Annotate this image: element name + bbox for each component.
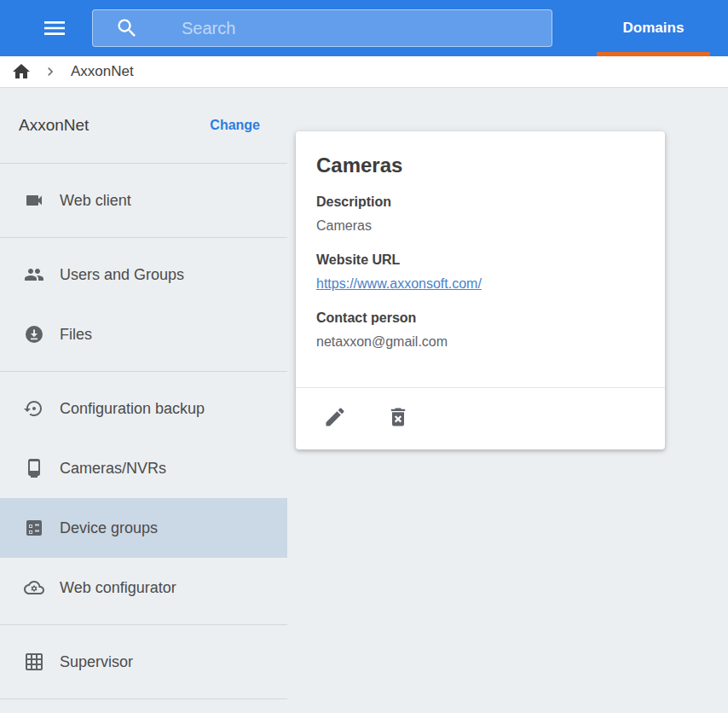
- sidebar-item-configuration-backup[interactable]: Configuration backup: [0, 379, 287, 438]
- sidebar-group-1: Web client: [0, 164, 287, 237]
- field-value: netaxxon@gmail.com: [316, 334, 644, 350]
- chevron-right-icon: [42, 63, 59, 80]
- change-link[interactable]: Change: [210, 118, 260, 133]
- sidebar: AxxonNet Change Web client Users and Gro…: [0, 88, 287, 713]
- cloud-gear-icon: [24, 577, 44, 598]
- sidebar-item-files[interactable]: Files: [0, 304, 287, 364]
- search-input[interactable]: [139, 19, 552, 38]
- field-label: Website URL: [316, 252, 644, 268]
- home-icon[interactable]: [11, 61, 32, 82]
- videocam-icon: [24, 190, 44, 211]
- menu-button[interactable]: [39, 13, 70, 43]
- sidebar-item-web-configurator[interactable]: Web configurator: [0, 558, 287, 617]
- sidebar-item-users-and-groups[interactable]: Users and Groups: [0, 245, 287, 304]
- app-header: Domains: [0, 0, 728, 56]
- search-icon: [115, 16, 139, 40]
- hamburger-icon: [41, 14, 68, 42]
- content-area: Cameras Description Cameras Website URL …: [287, 88, 728, 713]
- sidebar-item-web-client[interactable]: Web client: [0, 171, 287, 230]
- sidebar-item-label: Users and Groups: [60, 266, 184, 284]
- device-group-card: Cameras Description Cameras Website URL …: [296, 131, 665, 449]
- tab-domains-label: Domains: [623, 20, 685, 37]
- sidebar-item-label: Web configurator: [60, 579, 176, 597]
- people-icon: [24, 264, 44, 285]
- sidebar-item-label: Configuration backup: [60, 400, 205, 418]
- breadcrumb-current: AxxonNet: [71, 63, 134, 80]
- sidebar-item-label: Device groups: [60, 519, 158, 537]
- sidebar-title: AxxonNet: [19, 116, 89, 135]
- sidebar-item-supervisor[interactable]: Supervisor: [0, 632, 287, 692]
- tab-domains[interactable]: Domains: [597, 0, 710, 56]
- sidebar-group-2: Users and Groups Files: [0, 238, 287, 371]
- card-actions: [296, 388, 665, 449]
- field-value: Cameras: [316, 218, 644, 234]
- grid-icon: [24, 652, 44, 672]
- pencil-icon: [323, 405, 347, 429]
- device-icon: [24, 458, 44, 478]
- search-box[interactable]: [92, 9, 552, 47]
- sidebar-item-label: Cameras/NVRs: [60, 460, 166, 478]
- edit-button[interactable]: [323, 405, 347, 429]
- field-label: Contact person: [316, 310, 644, 326]
- sidebar-group-4: Supervisor: [0, 625, 287, 699]
- sidebar-item-label: Supervisor: [60, 653, 133, 671]
- breadcrumb: AxxonNet: [0, 56, 728, 88]
- backup-restore-icon: [24, 398, 44, 419]
- field-label: Description: [316, 194, 644, 210]
- sidebar-item-device-groups[interactable]: Device groups: [0, 498, 287, 558]
- sidebar-item-label: Files: [60, 326, 92, 344]
- sidebar-item-cameras-nvrs[interactable]: Cameras/NVRs: [0, 438, 287, 498]
- trash-x-icon: [386, 405, 410, 429]
- sidebar-group-3: Configuration backup Cameras/NVRs Device…: [0, 372, 287, 624]
- device-groups-icon: [24, 518, 44, 538]
- divider: [0, 699, 287, 699]
- sidebar-header: AxxonNet Change: [0, 88, 287, 163]
- download-circle-icon: [24, 324, 44, 345]
- delete-button[interactable]: [386, 405, 410, 429]
- field-website-url: Website URL https://www.axxonsoft.com/: [316, 252, 644, 292]
- sidebar-item-label: Web client: [60, 192, 131, 210]
- website-url-link[interactable]: https://www.axxonsoft.com/: [316, 276, 482, 292]
- field-contact-person: Contact person netaxxon@gmail.com: [316, 310, 644, 350]
- main-area: AxxonNet Change Web client Users and Gro…: [0, 88, 728, 713]
- field-description: Description Cameras: [316, 194, 644, 234]
- card-title: Cameras: [316, 154, 644, 177]
